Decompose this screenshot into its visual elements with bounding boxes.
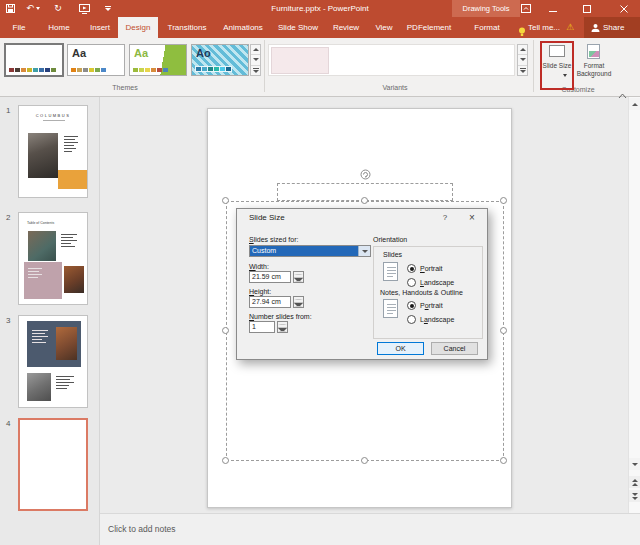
resize-handle-bottom-left[interactable] [222,457,229,464]
slide-thumbnail-panel: 1 COLUMBUS 2 Table of Contents 3 [0,97,100,545]
slide-number: 4 [6,419,10,428]
ribbon-tab-bar: File Home Insert Design Transitions Anim… [0,17,640,38]
number-from-spinner[interactable] [277,321,288,333]
slides-portrait-radio[interactable] [407,264,416,273]
tab-animations[interactable]: Animations [216,17,270,38]
spin-down-icon [278,328,287,332]
resize-handle-middle-right[interactable] [500,327,507,334]
variants-scroll-down-button[interactable] [518,55,527,65]
slides-landscape-label: Landscape [420,279,454,286]
dialog-title: Slide Size [249,213,285,222]
format-background-label: Format Background [574,62,614,77]
minimize-button[interactable] [541,0,565,17]
resize-handle-top-right[interactable] [500,197,507,204]
person-icon [591,23,600,33]
ok-button[interactable]: OK [377,342,424,355]
contextual-tools-header: Drawing Tools [452,0,520,17]
height-label: Height: [249,288,271,295]
tab-home[interactable]: Home [40,17,78,38]
themes-gallery-more-button[interactable] [251,66,260,75]
previous-slide-button[interactable] [629,476,640,488]
slide-number: 1 [6,106,10,115]
previous-slide-icon [632,479,638,486]
warning-icon[interactable]: ⚠ [566,17,574,38]
theme-thumbnail-office[interactable]: Aa [67,44,125,76]
next-slide-button[interactable] [629,490,640,502]
slide-size-dropdown-icon [563,74,567,77]
tab-transitions[interactable]: Transitions [160,17,214,38]
resize-handle-bottom-right[interactable] [500,457,507,464]
vertical-scrollbar[interactable] [628,97,640,513]
height-spinner[interactable] [293,296,304,308]
scroll-down-button[interactable] [629,458,640,470]
slide-size-button[interactable]: Slide Size [542,43,572,89]
variants-gallery-more-button[interactable] [518,66,527,75]
dialog-help-button[interactable]: ? [439,213,451,222]
resize-handle-top-left[interactable] [222,197,229,204]
format-background-icon [587,44,600,59]
number-from-input[interactable]: 1 [249,321,275,333]
spin-down-icon [294,278,303,282]
collapse-ribbon-button[interactable] [618,85,627,103]
dropdown-chevron-icon[interactable] [358,246,370,256]
format-background-button[interactable]: Format Background [574,43,614,89]
tab-design[interactable]: Design [118,17,158,38]
thumb2-photo-2 [64,266,84,293]
theme-thumbnail-facet[interactable]: Aa [129,44,187,76]
rotate-handle[interactable] [360,166,371,177]
tab-file[interactable]: File [4,17,34,38]
sized-for-selected-value: Custom [250,246,358,256]
theme-thumbnail-current[interactable] [5,44,63,76]
slide-number: 2 [6,213,10,222]
thumb2-title: Table of Contents [27,221,54,225]
resize-handle-middle-left[interactable] [222,327,229,334]
slides-portrait-label: Portrait [420,265,443,272]
themes-scroll-up-button[interactable] [251,45,260,55]
ribbon-display-options-button[interactable] [514,0,538,17]
sized-for-dropdown[interactable]: Custom [249,245,371,257]
thumb2-accent-block [24,262,62,299]
group-label-customize: Customize [528,86,628,93]
close-window-button[interactable] [612,0,636,17]
tab-slide-show[interactable]: Slide Show [272,17,324,38]
slides-landscape-radio[interactable] [407,278,416,287]
scroll-up-button[interactable] [629,98,640,110]
tab-format[interactable]: Format [466,17,508,38]
cancel-button[interactable]: Cancel [431,342,478,355]
dialog-close-button[interactable]: × [465,212,479,223]
rotate-handle-icon [360,169,371,180]
portrait-doc-icon [383,299,398,318]
slide-size-icon [549,45,565,57]
collapse-ribbon-icon [618,93,627,99]
theme-thumbnail-integral[interactable]: Ao [191,44,249,76]
thumb2-text-lines [61,234,77,249]
width-input[interactable]: 21.59 cm [249,271,291,283]
notes-placeholder-text: Click to add notes [108,524,176,534]
notes-portrait-radio[interactable] [407,301,416,310]
maximize-button[interactable] [575,0,599,17]
slide-thumbnail-2[interactable]: Table of Contents [18,212,88,305]
slides-section-label: Slides [383,251,402,258]
slide-thumbnail-3[interactable] [18,315,88,408]
thumb1-accent-block [58,170,87,189]
tab-pdfelement[interactable]: PDFelement [400,17,458,38]
thumb2-photo [28,231,56,261]
height-input[interactable]: 27.94 cm [249,296,291,308]
share-button[interactable]: Share [584,17,640,38]
share-label: Share [603,17,624,38]
tell-me-box[interactable]: Tell me... [528,17,560,38]
tab-review[interactable]: Review [326,17,366,38]
variant-thumbnail[interactable] [271,47,329,74]
notes-landscape-label: Landscape [420,316,454,323]
width-spinner[interactable] [293,271,304,283]
notes-pane[interactable]: Click to add notes [100,513,640,545]
variants-scroll-up-button[interactable] [518,45,527,55]
resize-handle-bottom-center[interactable] [361,457,368,464]
slide-thumbnail-4-selected[interactable] [18,418,88,511]
tab-insert[interactable]: Insert [82,17,118,38]
slide-thumbnail-1[interactable]: COLUMBUS [18,105,88,198]
resize-handle-top-center[interactable] [361,197,368,204]
notes-landscape-radio[interactable] [407,315,416,324]
themes-scroll-down-button[interactable] [251,55,260,65]
tab-view[interactable]: View [368,17,400,38]
